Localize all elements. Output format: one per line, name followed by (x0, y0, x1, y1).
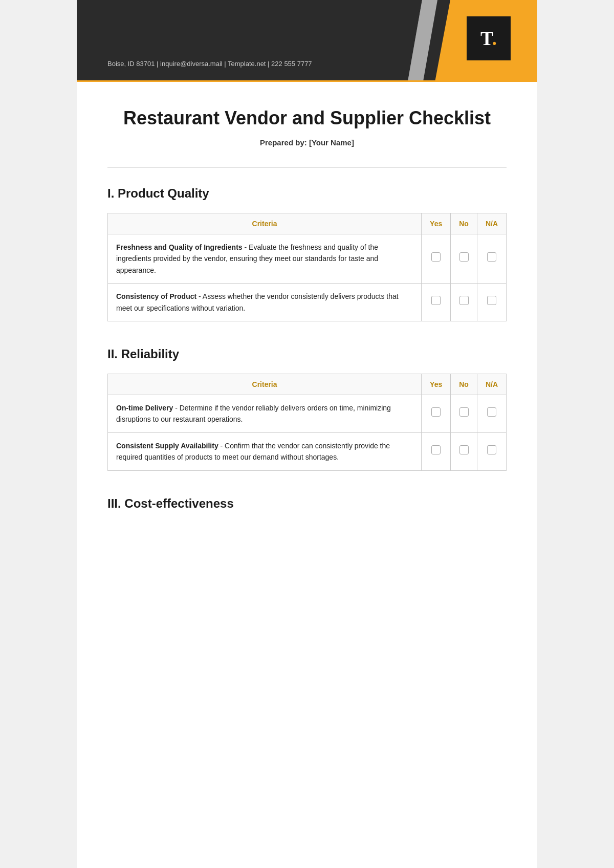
na-header-1: N/A (477, 213, 506, 234)
section-3-title: III. Cost-effectiveness (107, 496, 507, 511)
no-cell-2-1[interactable] (451, 395, 477, 432)
section-3-number: III. (107, 496, 121, 510)
yes-header-1: Yes (422, 213, 451, 234)
na-cell-1-1[interactable] (477, 234, 506, 284)
yes-cell-1-2[interactable] (422, 284, 451, 321)
document-subtitle: Prepared by: [Your Name] (107, 138, 507, 147)
criteria-cell-1-2: Consistency of Product - Assess whether … (108, 284, 422, 321)
section-3-label: Cost-effectiveness (124, 496, 233, 510)
no-cell-2-2[interactable] (451, 432, 477, 470)
yes-cell-1-1[interactable] (422, 234, 451, 284)
document-title: Restaurant Vendor and Supplier Checklist (107, 107, 507, 129)
section-2-label: Reliability (121, 347, 179, 361)
table-row: Freshness and Quality of Ingredients - E… (108, 234, 507, 284)
checkbox-no-2-2[interactable] (459, 445, 469, 454)
subtitle-name: [Your Name] (309, 138, 354, 147)
table-row: Consistency of Product - Assess whether … (108, 284, 507, 321)
section-2-number: II. (107, 347, 118, 361)
section-1-label: Product Quality (118, 186, 209, 200)
header-bottom-line (77, 80, 537, 82)
table-header-row-2: Criteria Yes No N/A (108, 374, 507, 395)
checkbox-na-2-2[interactable] (487, 445, 496, 454)
table-row: Consistent Supply Availability - Confirm… (108, 432, 507, 470)
section-1-table: Criteria Yes No N/A Freshness and Qualit… (107, 213, 507, 321)
section-2-title: II. Reliability (107, 347, 507, 361)
checkbox-na-1-1[interactable] (487, 252, 496, 262)
checkbox-yes-1-1[interactable] (431, 252, 441, 262)
no-cell-1-1[interactable] (451, 234, 477, 284)
checkbox-no-2-1[interactable] (459, 407, 469, 417)
checkbox-yes-2-2[interactable] (431, 445, 441, 454)
yes-header-2: Yes (422, 374, 451, 395)
yes-cell-2-2[interactable] (422, 432, 451, 470)
logo-dot: . (492, 28, 497, 49)
divider (107, 167, 507, 168)
criteria-cell-2-2: Consistent Supply Availability - Confirm… (108, 432, 422, 470)
na-header-2: N/A (477, 374, 506, 395)
no-header-1: No (451, 213, 477, 234)
criteria-cell-2-1: On-time Delivery - Determine if the vend… (108, 395, 422, 432)
table-row: On-time Delivery - Determine if the vend… (108, 395, 507, 432)
criteria-header-1: Criteria (108, 213, 422, 234)
na-cell-1-2[interactable] (477, 284, 506, 321)
criteria-bold-1-2: Consistency of Product (116, 292, 196, 300)
logo-letter: T. (480, 27, 497, 50)
checkbox-yes-1-2[interactable] (431, 296, 441, 305)
subtitle-prefix: Prepared by: (260, 138, 309, 147)
criteria-bold-1-1: Freshness and Quality of Ingredients (116, 243, 243, 251)
no-cell-1-2[interactable] (451, 284, 477, 321)
section-2-table: Criteria Yes No N/A On-time Delivery - D… (107, 374, 507, 471)
gray-stripe (408, 0, 437, 82)
checkbox-yes-2-1[interactable] (431, 407, 441, 417)
criteria-bold-2-1: On-time Delivery (116, 404, 173, 412)
yes-cell-2-1[interactable] (422, 395, 451, 432)
criteria-bold-2-2: Consistent Supply Availability (116, 442, 218, 450)
no-header-2: No (451, 374, 477, 395)
page-header: Boise, ID 83701 | inquire@diversa.mail |… (77, 0, 537, 82)
section-1-title: I. Product Quality (107, 186, 507, 201)
page: Boise, ID 83701 | inquire@diversa.mail |… (77, 0, 537, 868)
checkbox-na-2-1[interactable] (487, 407, 496, 417)
criteria-header-2: Criteria (108, 374, 422, 395)
checkbox-no-1-1[interactable] (459, 252, 469, 262)
main-content: Restaurant Vendor and Supplier Checklist… (77, 82, 537, 549)
checkbox-no-1-2[interactable] (459, 296, 469, 305)
logo-t: T (480, 28, 492, 49)
criteria-cell-1-1: Freshness and Quality of Ingredients - E… (108, 234, 422, 284)
section-1-number: I. (107, 186, 114, 200)
checkbox-na-1-2[interactable] (487, 296, 496, 305)
logo-box: T. (466, 15, 512, 61)
na-cell-2-1[interactable] (477, 395, 506, 432)
na-cell-2-2[interactable] (477, 432, 506, 470)
header-decoration: T. (404, 0, 537, 82)
table-header-row: Criteria Yes No N/A (108, 213, 507, 234)
